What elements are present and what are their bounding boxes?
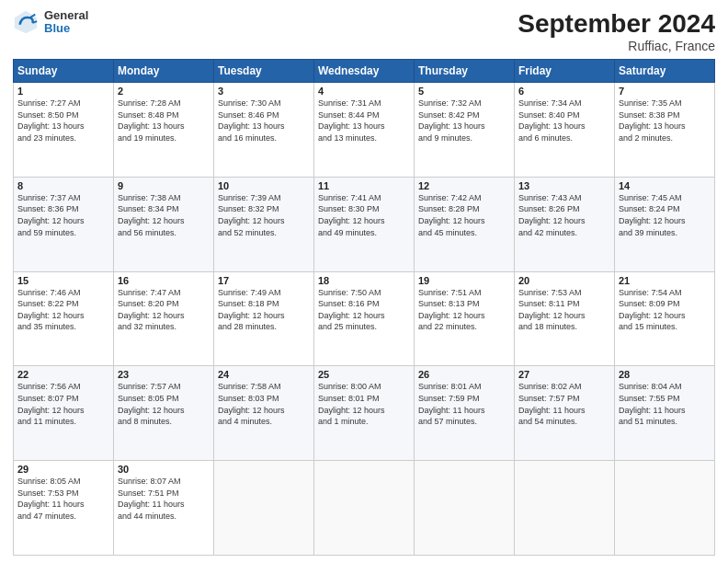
- logo-blue: Blue: [44, 22, 88, 35]
- empty-cell: [415, 461, 515, 556]
- empty-cell: [615, 461, 715, 556]
- day-cell: 21 Sunrise: 7:54 AMSunset: 8:09 PMDaylig…: [615, 271, 715, 366]
- col-tuesday: Tuesday: [214, 60, 314, 83]
- col-monday: Monday: [114, 60, 214, 83]
- logo-icon: [13, 9, 39, 35]
- day-cell: 12 Sunrise: 7:42 AMSunset: 8:28 PMDaylig…: [415, 177, 515, 271]
- day-cell: 9 Sunrise: 7:38 AMSunset: 8:34 PMDayligh…: [114, 177, 214, 271]
- logo-general: General: [44, 9, 88, 22]
- day-cell: 19 Sunrise: 7:51 AMSunset: 8:13 PMDaylig…: [415, 271, 515, 366]
- day-cell: 13 Sunrise: 7:43 AMSunset: 8:26 PMDaylig…: [515, 177, 615, 271]
- day-cell: 18 Sunrise: 7:50 AMSunset: 8:16 PMDaylig…: [314, 271, 415, 366]
- col-saturday: Saturday: [615, 60, 715, 83]
- logo-text: General Blue: [44, 9, 88, 36]
- empty-cell: [214, 461, 314, 556]
- day-cell: 7 Sunrise: 7:35 AMSunset: 8:38 PMDayligh…: [615, 83, 715, 178]
- day-cell: 17 Sunrise: 7:49 AMSunset: 8:18 PMDaylig…: [214, 271, 314, 366]
- day-cell: 29 Sunrise: 8:05 AMSunset: 7:53 PMDaylig…: [14, 461, 114, 556]
- day-cell: 5 Sunrise: 7:32 AMSunset: 8:42 PMDayligh…: [415, 83, 515, 178]
- title-block: September 2024 Ruffiac, France: [518, 9, 715, 53]
- table-row: 29 Sunrise: 8:05 AMSunset: 7:53 PMDaylig…: [14, 461, 715, 556]
- table-row: 15 Sunrise: 7:46 AMSunset: 8:22 PMDaylig…: [14, 271, 715, 366]
- logo: General Blue: [13, 9, 88, 36]
- calendar-table: Sunday Monday Tuesday Wednesday Thursday…: [13, 59, 715, 556]
- calendar-header-row: Sunday Monday Tuesday Wednesday Thursday…: [14, 60, 715, 83]
- day-cell: 15 Sunrise: 7:46 AMSunset: 8:22 PMDaylig…: [14, 271, 114, 366]
- day-cell: 22 Sunrise: 7:56 AMSunset: 8:07 PMDaylig…: [14, 366, 114, 461]
- calendar-subtitle: Ruffiac, France: [518, 39, 715, 53]
- table-row: 22 Sunrise: 7:56 AMSunset: 8:07 PMDaylig…: [14, 366, 715, 461]
- page: General Blue September 2024 Ruffiac, Fra…: [0, 0, 728, 563]
- day-cell: 28 Sunrise: 8:04 AMSunset: 7:55 PMDaylig…: [615, 366, 715, 461]
- col-friday: Friday: [515, 60, 615, 83]
- day-cell: 2 Sunrise: 7:28 AMSunset: 8:48 PMDayligh…: [114, 83, 214, 178]
- col-thursday: Thursday: [415, 60, 515, 83]
- day-cell: 11 Sunrise: 7:41 AMSunset: 8:30 PMDaylig…: [314, 177, 415, 271]
- day-cell: 14 Sunrise: 7:45 AMSunset: 8:24 PMDaylig…: [615, 177, 715, 271]
- day-cell: 3 Sunrise: 7:30 AMSunset: 8:46 PMDayligh…: [214, 83, 314, 178]
- day-cell: 25 Sunrise: 8:00 AMSunset: 8:01 PMDaylig…: [314, 366, 415, 461]
- empty-cell: [515, 461, 615, 556]
- day-cell: 4 Sunrise: 7:31 AMSunset: 8:44 PMDayligh…: [314, 83, 415, 178]
- empty-cell: [314, 461, 415, 556]
- col-wednesday: Wednesday: [314, 60, 415, 83]
- day-cell: 16 Sunrise: 7:47 AMSunset: 8:20 PMDaylig…: [114, 271, 214, 366]
- day-cell: 10 Sunrise: 7:39 AMSunset: 8:32 PMDaylig…: [214, 177, 314, 271]
- day-cell: 27 Sunrise: 8:02 AMSunset: 7:57 PMDaylig…: [515, 366, 615, 461]
- col-sunday: Sunday: [14, 60, 114, 83]
- header: General Blue September 2024 Ruffiac, Fra…: [13, 9, 715, 53]
- day-cell: 26 Sunrise: 8:01 AMSunset: 7:59 PMDaylig…: [415, 366, 515, 461]
- day-cell: 6 Sunrise: 7:34 AMSunset: 8:40 PMDayligh…: [515, 83, 615, 178]
- calendar-title: September 2024: [518, 9, 715, 39]
- table-row: 1 Sunrise: 7:27 AMSunset: 8:50 PMDayligh…: [14, 83, 715, 178]
- day-cell: 20 Sunrise: 7:53 AMSunset: 8:11 PMDaylig…: [515, 271, 615, 366]
- day-cell: 1 Sunrise: 7:27 AMSunset: 8:50 PMDayligh…: [14, 83, 114, 178]
- day-cell: 24 Sunrise: 7:58 AMSunset: 8:03 PMDaylig…: [214, 366, 314, 461]
- day-cell: 8 Sunrise: 7:37 AMSunset: 8:36 PMDayligh…: [14, 177, 114, 271]
- table-row: 8 Sunrise: 7:37 AMSunset: 8:36 PMDayligh…: [14, 177, 715, 271]
- day-cell: 30 Sunrise: 8:07 AMSunset: 7:51 PMDaylig…: [114, 461, 214, 556]
- day-cell: 23 Sunrise: 7:57 AMSunset: 8:05 PMDaylig…: [114, 366, 214, 461]
